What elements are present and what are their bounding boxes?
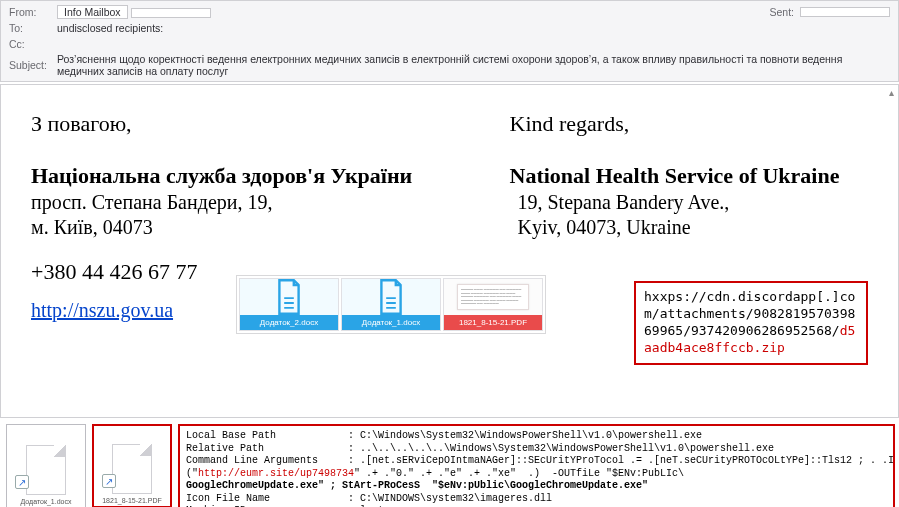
file-thumbnail-highlighted[interactable]: ↗ 1821_8-15-21.PDF: [92, 424, 172, 507]
addr1-en: 19, Stepana Bandery Ave.,: [470, 191, 869, 214]
document-icon: [112, 444, 152, 494]
from-label: From:: [9, 6, 57, 18]
attachment-tile[interactable]: Додаток_1.docx: [341, 278, 441, 331]
sent-label: Sent:: [769, 6, 794, 18]
salutation-en: Kind regards,: [470, 111, 869, 137]
payload-url: http://eumr.site/up7498734: [198, 468, 354, 479]
email-body-wrap: ▴ З повагою, Національна служба здоров'я…: [0, 84, 899, 418]
addr2-en: Kyiv, 04073, Ukraine: [470, 216, 869, 239]
from-name: Info Mailbox: [57, 5, 128, 19]
salutation-uk: З повагою,: [31, 111, 430, 137]
shortcut-arrow-icon: ↗: [15, 475, 29, 489]
from-redacted: [131, 8, 211, 18]
addr1-uk: просп. Степана Бандери, 19,: [31, 191, 430, 214]
document-icon: [26, 445, 66, 495]
attachment-label: Додаток_2.docx: [240, 315, 338, 330]
to-label: To:: [9, 22, 57, 34]
attachment-tile[interactable]: ▬▬▬▬ ▬▬▬ ▬▬▬▬▬ ▬▬ ▬▬▬▬▬ ▬▬▬ ▬▬▬▬ ▬▬▬▬▬ ▬…: [443, 278, 543, 331]
attachment-label: 1821_8-15-21.PDF: [444, 315, 542, 330]
subject-value: Роз’яснення щодо коректності ведення еле…: [57, 53, 890, 77]
attachment-strip: Додаток_2.docx Додаток_1.docx ▬▬▬▬ ▬▬▬ ▬…: [236, 275, 546, 334]
addr2-uk: м. Київ, 04073: [31, 216, 430, 239]
subject-label: Subject:: [9, 59, 57, 71]
file-label: 1821_8-15-21.PDF: [102, 497, 162, 504]
malicious-url-callout: hxxps://cdn.discordapp[.]com/attachments…: [634, 281, 868, 365]
website-link[interactable]: http://nszu.gov.ua: [31, 299, 173, 322]
pdf-preview-icon: ▬▬▬▬ ▬▬▬ ▬▬▬▬▬ ▬▬ ▬▬▬▬▬ ▬▬▬ ▬▬▬▬ ▬▬▬▬▬ ▬…: [444, 279, 542, 315]
to-value: undisclosed recipients:: [57, 22, 890, 34]
sent-block: Sent:: [769, 6, 890, 18]
url-prefix: hxxps://cdn.discordapp[.]com/attachments…: [644, 289, 855, 338]
extracted-files-row: ↗ Додаток_1.docx ↗ 1821_8-15-21.PDF Loca…: [0, 418, 899, 507]
shortcut-arrow-icon: ↗: [102, 474, 116, 488]
cc-label: Cc:: [9, 38, 57, 50]
org-en: National Health Service of Ukraine: [470, 163, 869, 189]
org-uk: Національна служба здоров'я України: [31, 163, 430, 189]
docx-preview-icon: [240, 279, 338, 315]
file-label: Додаток_1.docx: [21, 498, 72, 505]
file-thumbnail[interactable]: ↗ Додаток_1.docx: [6, 424, 86, 507]
sent-redacted: [800, 7, 890, 17]
email-body: З повагою, Національна служба здоров'я У…: [7, 91, 892, 411]
email-header: From: Info Mailbox Sent: To: undisclosed…: [0, 0, 899, 82]
attachment-label: Додаток_1.docx: [342, 315, 440, 330]
attachment-tile[interactable]: Додаток_2.docx: [239, 278, 339, 331]
lnk-details-box: Local Base Path : C:\Windows\System32\Wi…: [178, 424, 895, 507]
from-value: Info Mailbox: [57, 5, 769, 19]
docx-preview-icon: [342, 279, 440, 315]
